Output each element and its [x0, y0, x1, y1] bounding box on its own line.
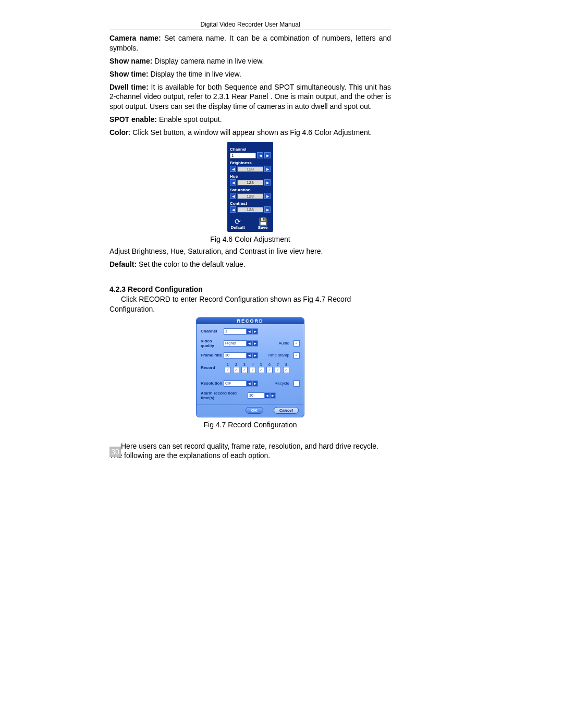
rec-channel-label: Channel — [201, 329, 224, 334]
rec-audio-label: Audio — [279, 341, 289, 346]
rec-ch-num: 1 — [227, 363, 229, 366]
rec-ch-num: 7 — [277, 363, 279, 366]
save-button-label: Save — [255, 225, 271, 230]
fig47-caption: Fig 4.7 Record Configuration — [109, 421, 391, 429]
rec-alarm-hold-right-arrow-icon[interactable]: ▶ — [270, 392, 276, 399]
rec-channel-checkboxes: 1✓ 2✓ 3✓ 4✓ 5✓ 6✓ 7✓ 8✓ — [225, 363, 289, 373]
record-panel-title: RECORD — [197, 318, 304, 324]
hue-value[interactable]: 128 — [237, 180, 263, 186]
label: Show name: — [109, 57, 152, 65]
def-spot-enable: SPOT enable: Enable spot output. — [109, 115, 391, 125]
rec-ch-num: 8 — [285, 363, 287, 366]
rec-ch3-checkbox[interactable]: ✓ — [241, 367, 248, 373]
reset-icon: ⟳ — [230, 218, 246, 225]
rec-ch6-checkbox[interactable]: ✓ — [266, 367, 273, 373]
brightness-right-arrow-icon[interactable]: ▶ — [264, 166, 271, 172]
def-camera-name: Camera name: Set camera name. It can be … — [109, 33, 391, 53]
save-button[interactable]: 💾 Save — [255, 218, 271, 230]
rec-frame-rate-label: Frame rate — [201, 353, 224, 357]
rec-ch-num: 4 — [252, 363, 254, 366]
rec-resolution-value[interactable]: CIF — [224, 380, 247, 387]
rec-channel-value[interactable]: 1 — [224, 328, 247, 335]
color-adjustment-panel: Channel 1 ◀ ▶ Brightness ◀ 128 ▶ Hue ◀ 1… — [227, 142, 273, 232]
page-number: 30 — [109, 447, 121, 457]
rec-channel-left-arrow-icon[interactable]: ◀ — [247, 328, 252, 335]
hue-left-arrow-icon[interactable]: ◀ — [230, 179, 236, 186]
rec-video-quality-left-arrow-icon[interactable]: ◀ — [247, 340, 252, 347]
cancel-button[interactable]: Cancel — [274, 407, 299, 414]
hue-label: Hue — [230, 174, 271, 179]
contrast-left-arrow-icon[interactable]: ◀ — [230, 206, 236, 213]
saturation-right-arrow-icon[interactable]: ▶ — [264, 193, 271, 199]
rec-frame-rate-value[interactable]: 30 — [224, 352, 247, 359]
rec-resolution-label: Resolution — [201, 381, 224, 386]
hue-right-arrow-icon[interactable]: ▶ — [264, 179, 271, 186]
saturation-value[interactable]: 128 — [237, 193, 263, 199]
def-show-time: Show time: Display the time in live view… — [109, 69, 391, 79]
def-dwell-time: Dwell time: It is available for both Seq… — [109, 82, 391, 112]
rec-alarm-hold-left-arrow-icon[interactable]: ◀ — [264, 392, 270, 399]
rec-recycle-checkbox[interactable] — [293, 380, 300, 387]
rec-ch4-checkbox[interactable]: ✓ — [250, 367, 256, 373]
rec-alarm-hold-label: Alarm record hold time(s) — [201, 391, 248, 400]
text: Display the time in live view. — [149, 70, 241, 78]
contrast-value[interactable]: 128 — [237, 207, 263, 213]
section-423-intro: Click RECORD to enter Record Configurati… — [109, 294, 391, 314]
rec-audio-checkbox[interactable]: ✓ — [293, 340, 300, 347]
rec-time-stamp-checkbox[interactable]: ✓ — [293, 352, 300, 359]
text: Display camera name in live view. — [152, 57, 264, 65]
rec-resolution-right-arrow-icon[interactable]: ▶ — [252, 380, 258, 387]
save-icon: 💾 — [255, 218, 271, 225]
contrast-right-arrow-icon[interactable]: ▶ — [264, 206, 271, 213]
saturation-label: Saturation — [230, 188, 271, 192]
default-line: Default: Set the color to the default va… — [109, 260, 391, 269]
channel-right-arrow-icon[interactable]: ▶ — [264, 152, 271, 158]
page-header: Digital Video Recorder User Manual — [109, 21, 391, 30]
brightness-value[interactable]: 128 — [237, 166, 263, 172]
label: Show time: — [109, 70, 149, 78]
rec-frame-rate-right-arrow-icon[interactable]: ▶ — [252, 352, 258, 359]
default-button-label: Default — [230, 225, 246, 230]
rec-ch5-checkbox[interactable]: ✓ — [258, 367, 264, 373]
def-show-name: Show name: Display camera name in live v… — [109, 56, 391, 66]
def-color: Color: Click Set button, a window will a… — [109, 128, 391, 138]
rec-video-quality-label: Video quality — [201, 339, 224, 348]
label: Default: — [109, 260, 137, 268]
rec-record-label: Record — [201, 365, 224, 370]
brightness-left-arrow-icon[interactable]: ◀ — [230, 166, 236, 172]
rec-ch2-checkbox[interactable]: ✓ — [233, 367, 239, 373]
closing-text: Here users can set record quality, frame… — [109, 441, 391, 461]
rec-channel-right-arrow-icon[interactable]: ▶ — [252, 328, 258, 335]
text: Set the color to the default value. — [137, 260, 246, 268]
default-button[interactable]: ⟳ Default — [230, 218, 246, 230]
fig46-after-text: Adjust Brightness, Hue, Saturation, and … — [109, 246, 391, 256]
ok-button[interactable]: OK — [246, 407, 263, 414]
rec-ch-num: 3 — [243, 363, 246, 366]
section-423-title: 4.2.3 Record Configuration — [109, 285, 391, 293]
saturation-left-arrow-icon[interactable]: ◀ — [230, 193, 236, 199]
rec-time-stamp-label: Time stamp — [268, 353, 290, 357]
label: Dwell time: — [109, 83, 149, 91]
rec-ch-num: 2 — [235, 363, 237, 366]
rec-ch-num: 5 — [260, 363, 262, 366]
text: Enable spot output. — [157, 115, 222, 124]
rec-ch8-checkbox[interactable]: ✓ — [283, 367, 289, 373]
label: Color — [109, 128, 129, 137]
brightness-label: Brightness — [230, 161, 271, 165]
rec-ch7-checkbox[interactable]: ✓ — [275, 367, 281, 373]
rec-ch1-checkbox[interactable]: ✓ — [225, 367, 231, 373]
rec-ch-num: 6 — [268, 363, 271, 366]
label: Camera name: — [109, 34, 161, 42]
fig46-caption: Fig 4.6 Color Adjustment — [109, 235, 391, 243]
rec-frame-rate-left-arrow-icon[interactable]: ◀ — [247, 352, 252, 359]
channel-left-arrow-icon[interactable]: ◀ — [257, 152, 263, 158]
channel-value[interactable]: 1 — [230, 153, 256, 158]
text: It is available for both Sequence and SP… — [109, 83, 391, 111]
label: SPOT enable: — [109, 115, 157, 124]
contrast-label: Contrast — [230, 201, 271, 206]
rec-resolution-left-arrow-icon[interactable]: ◀ — [247, 380, 252, 387]
record-config-panel: RECORD Channel 1 ◀ ▶ Video quality Highe… — [196, 317, 304, 417]
rec-alarm-hold-value[interactable]: 30 — [248, 392, 264, 399]
rec-video-quality-value[interactable]: Higher — [224, 340, 247, 347]
rec-video-quality-right-arrow-icon[interactable]: ▶ — [252, 340, 258, 347]
